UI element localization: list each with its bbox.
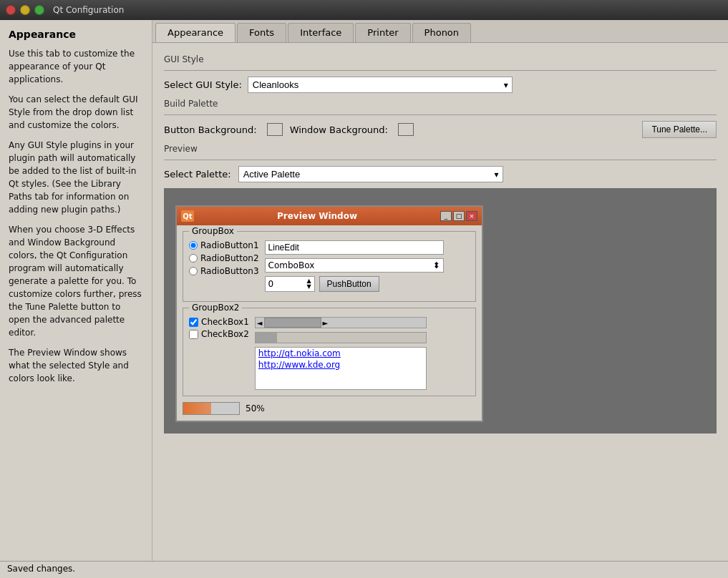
checkbox2-row: CheckBox2	[189, 329, 249, 339]
gui-style-row: Select GUI Style: Cleanlooks Plastique W…	[164, 77, 717, 93]
preview-body: GroupBox RadioButton1	[177, 225, 482, 421]
radio1-input[interactable]	[189, 241, 198, 250]
combobox-value: ComboBox	[268, 260, 315, 270]
radio2-input[interactable]	[189, 254, 198, 263]
preview-restore-btn[interactable]: □	[453, 211, 465, 221]
maximize-button[interactable]	[34, 5, 44, 15]
radio3-label: RadioButton3	[200, 266, 259, 276]
slider-fill	[256, 333, 277, 343]
sidebar-para-2: You can select the default GUI Style fro…	[9, 93, 143, 132]
groupbox2-title: GroupBox2	[189, 303, 242, 313]
radio1-row: RadioButton1	[189, 240, 259, 250]
preview-dark-area: Qt Preview Window _ □ ×	[164, 188, 717, 434]
main-panel: Appearance Fonts Interface Printer Phono…	[152, 20, 728, 561]
window-bg-swatch[interactable]	[398, 123, 414, 136]
radio3-row: RadioButton3	[189, 266, 259, 276]
preview-groupbox2: GroupBox2 CheckBox1	[183, 308, 476, 396]
window-title: Qt Configuration	[53, 5, 124, 15]
build-palette-separator	[164, 114, 717, 115]
tab-interface[interactable]: Interface	[288, 23, 354, 42]
sidebar-para-4: When you choose 3-D Effects and Window B…	[9, 223, 143, 339]
palette-controls: Button Background: Window Background:	[164, 123, 414, 136]
palette-select-row: Select Palette: Active Palette Inactive …	[164, 166, 717, 182]
lineedit-input[interactable]	[265, 240, 444, 255]
sidebar: Appearance Use this tab to customize the…	[0, 20, 152, 561]
gui-style-section-label: GUI Style	[164, 54, 717, 64]
slider-row	[255, 332, 470, 343]
tab-appearance[interactable]: Appearance	[155, 23, 236, 42]
groupbox2-checkboxes: CheckBox1 CheckBox2	[189, 317, 249, 390]
progress-bar	[183, 402, 240, 415]
sidebar-para-1: Use this tab to customize the appearance…	[9, 47, 143, 86]
preview-window: Qt Preview Window _ □ ×	[175, 205, 483, 422]
build-palette-row: Button Background: Window Background: Tu…	[164, 121, 717, 138]
preview-qt-icon: Qt	[181, 210, 194, 222]
tab-printer[interactable]: Printer	[355, 23, 410, 42]
combobox-row: ComboBox ⬍	[265, 258, 470, 273]
push-button[interactable]: PushButton	[319, 276, 379, 292]
groupbox1-title: GroupBox	[189, 226, 237, 236]
status-bar: Saved changes.	[0, 561, 728, 578]
tab-bar: Appearance Fonts Interface Printer Phono…	[152, 20, 728, 43]
scrollbar-thumb	[264, 318, 321, 328]
palette-select-wrapper[interactable]: Active Palette Inactive Palette Disabled…	[238, 166, 503, 182]
checkbox2-label: CheckBox2	[201, 329, 249, 339]
groupbox2-right: ◄ ►	[255, 317, 470, 390]
preview-win-buttons: _ □ ×	[440, 211, 477, 221]
groupbox1-controls: ComboBox ⬍ 0	[265, 240, 470, 295]
preview-close-btn[interactable]: ×	[466, 211, 477, 221]
build-palette-section-label: Build Palette	[164, 99, 717, 109]
button-bg-label: Button Background:	[164, 124, 257, 135]
spinbox-value: 0	[268, 279, 307, 289]
sidebar-para-3: Any GUI Style plugins in your plugin pat…	[9, 139, 143, 216]
combobox[interactable]: ComboBox ⬍	[265, 258, 444, 273]
spinbox-down-icon[interactable]: ▼	[306, 284, 311, 290]
palette-select[interactable]: Active Palette Inactive Palette Disabled…	[238, 166, 503, 182]
content-area: Appearance Use this tab to customize the…	[0, 20, 728, 561]
checkbox1-input[interactable]	[189, 318, 198, 327]
combobox-arrow-icon: ⬍	[433, 260, 440, 270]
preview-separator	[164, 160, 717, 160]
gui-style-select[interactable]: Cleanlooks Plastique Windows GTK+ Motif …	[248, 77, 513, 93]
gui-style-select-wrapper[interactable]: Cleanlooks Plastique Windows GTK+ Motif …	[248, 77, 513, 93]
status-text: Saved changes.	[7, 564, 75, 574]
preview-progress-row: 50%	[183, 402, 476, 415]
groupbox1-left-right: RadioButton1 RadioButton2	[189, 240, 470, 295]
scrollbar-right-arrow-icon[interactable]: ►	[321, 319, 330, 327]
sidebar-text: Use this tab to customize the appearance…	[9, 47, 143, 385]
radio2-row: RadioButton2	[189, 253, 259, 263]
scrollbar-left-arrow-icon[interactable]: ◄	[256, 319, 264, 327]
preview-groupbox1: GroupBox RadioButton1	[183, 231, 476, 302]
radio2-label: RadioButton2	[200, 253, 259, 263]
spinbox-pushbtn-row: 0 ▲ ▼ PushButton	[265, 276, 470, 292]
preview-section-label: Preview	[164, 144, 717, 154]
scrollbar-h[interactable]: ◄ ►	[255, 317, 427, 328]
tab-fonts[interactable]: Fonts	[237, 23, 286, 42]
tab-phonon[interactable]: Phonon	[412, 23, 471, 42]
tune-palette-button[interactable]: Tune Palette...	[642, 121, 717, 138]
minimize-button[interactable]	[20, 5, 30, 15]
button-bg-swatch[interactable]	[267, 123, 283, 136]
listbox-link-1[interactable]: http://qt.nokia.com	[256, 348, 426, 359]
preview-title-text: Preview Window	[194, 211, 440, 221]
listbox-link-2[interactable]: http://www.kde.org	[256, 359, 426, 371]
slider[interactable]	[255, 332, 427, 343]
checkbox2-input[interactable]	[189, 330, 198, 339]
lineedit-row	[265, 240, 470, 255]
groupbox1-radios: RadioButton1 RadioButton2	[189, 240, 259, 295]
scrollbar-h-row: ◄ ►	[255, 317, 470, 328]
groupbox2-content: CheckBox1 CheckBox2	[189, 317, 470, 390]
close-button[interactable]	[6, 5, 16, 15]
spinbox[interactable]: 0 ▲ ▼	[265, 276, 315, 292]
title-bar: Qt Configuration	[0, 0, 728, 20]
preview-minimize-btn[interactable]: _	[440, 211, 452, 221]
listbox[interactable]: http://qt.nokia.com http://www.kde.org	[255, 347, 427, 390]
preview-title-bar: Qt Preview Window _ □ ×	[177, 207, 482, 225]
main-window: Appearance Use this tab to customize the…	[0, 20, 728, 578]
progress-bar-fill	[183, 403, 211, 414]
progress-percent-label: 50%	[246, 403, 265, 413]
radio3-input[interactable]	[189, 267, 198, 275]
spinbox-arrows-icon: ▲ ▼	[306, 278, 311, 290]
radio1-label: RadioButton1	[200, 240, 259, 250]
sidebar-title: Appearance	[9, 29, 143, 40]
